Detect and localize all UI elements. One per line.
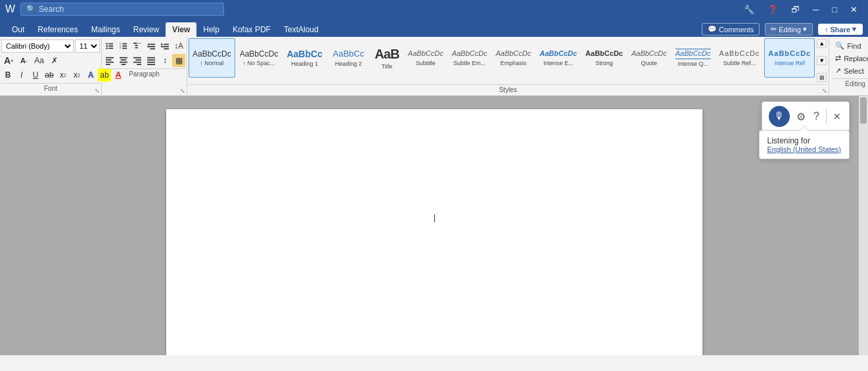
style-item-heading2[interactable]: AaBbCc Heading 2 — [327, 38, 370, 78]
style-item-no-spacing[interactable]: AaBbCcDc ↑ No Spac... — [236, 38, 283, 78]
strikethrough-button[interactable]: ab — [43, 68, 56, 82]
styles-scroll-controls: ▲ ▼ ⊞ — [816, 38, 827, 83]
styles-scroll-up[interactable]: ▲ — [817, 39, 827, 48]
listening-language[interactable]: English (United States) — [767, 145, 842, 153]
style-item-normal[interactable]: AaBbCcDc ↑ Normal — [189, 38, 235, 78]
svg-rect-23 — [164, 48, 169, 49]
multilevel-list-button[interactable] — [131, 39, 144, 53]
search-input[interactable] — [39, 5, 210, 14]
superscript-button[interactable]: x2 — [70, 68, 83, 82]
style-label-no-spacing: ↑ No Spac... — [243, 60, 275, 66]
paragraph-expand-button[interactable]: ⤡ — [180, 87, 185, 94]
tab-mailings[interactable]: Mailings — [85, 22, 127, 37]
font-expand-button[interactable]: ⤡ — [95, 87, 100, 94]
style-item-subtle-ref[interactable]: AaBbCcDc Subtle Ref... — [716, 38, 764, 78]
style-item-intense-ref[interactable]: AaBbCcDc Intense Ref — [764, 38, 815, 78]
minimize-button[interactable]: ─ — [808, 3, 824, 16]
styles-scroll-down[interactable]: ▼ — [817, 56, 827, 65]
underline-button[interactable]: U — [29, 68, 42, 82]
grow-font-button[interactable]: A+ — [1, 54, 16, 67]
shrink-font-button[interactable]: A- — [17, 54, 30, 67]
help-icon[interactable]: ❓ — [762, 3, 783, 16]
bold-button[interactable]: B — [1, 68, 14, 82]
bullet-list-button[interactable] — [103, 39, 116, 53]
tab-kofax[interactable]: Kofax PDF — [226, 22, 277, 37]
svg-rect-35 — [137, 64, 141, 65]
search-icon: 🔍 — [26, 5, 36, 14]
style-label-heading1: Heading 1 — [291, 61, 318, 67]
clear-formatting-button[interactable]: ✗ — [48, 54, 61, 67]
svg-rect-15 — [133, 43, 141, 44]
dictate-mic-button[interactable]: 🎙 — [769, 106, 790, 127]
comment-icon: 💬 — [708, 25, 717, 34]
style-item-emphasis[interactable]: AaBbCcDc Emphasis — [491, 38, 535, 78]
styles-expand[interactable]: ⊞ — [817, 73, 827, 82]
line-spacing-button[interactable]: ↕ — [158, 54, 171, 67]
style-preview-normal: AaBbCcDc — [193, 49, 231, 59]
tab-references[interactable]: References — [31, 22, 84, 37]
document-area: 🎙 ⚙ ? ✕ Listening for English (United St… — [0, 96, 868, 355]
dictate-settings-button[interactable]: ⚙ — [795, 109, 807, 124]
find-button[interactable]: 🔍 Find ▾ — [832, 39, 868, 52]
gear-icon: ⚙ — [796, 111, 806, 122]
align-left-button[interactable] — [103, 54, 116, 67]
search-box[interactable]: 🔍 — [20, 3, 224, 16]
comments-button[interactable]: 💬 Comments — [702, 23, 760, 36]
share-button[interactable]: ↑ Share ▾ — [818, 24, 863, 35]
document-page — [166, 109, 702, 355]
svg-rect-37 — [147, 59, 155, 61]
decrease-indent-button[interactable] — [145, 39, 158, 53]
style-item-subtle-em[interactable]: AaBbCcDc Subtle Em... — [448, 38, 491, 78]
style-item-quote[interactable]: AaBbCcDc Quote — [628, 38, 671, 78]
tab-textaloud[interactable]: TextAloud — [277, 22, 325, 37]
justify-button[interactable] — [145, 54, 158, 67]
style-preview-emphasis: AaBbCcDc — [495, 49, 531, 58]
style-item-title[interactable]: AaB Title — [371, 38, 403, 78]
svg-point-4 — [106, 47, 108, 49]
svg-rect-7 — [122, 43, 127, 45]
dictate-help-button[interactable]: ? — [812, 109, 821, 124]
select-button[interactable]: ↗ Select ▾ — [832, 64, 868, 77]
style-item-intense-q[interactable]: AaBbCcDc Intense Q... — [672, 38, 715, 78]
restore-window-button[interactable]: 🗗 — [786, 3, 805, 16]
maximize-button[interactable]: □ — [827, 3, 842, 16]
text-effects-button[interactable]: A — [84, 68, 97, 82]
close-button[interactable]: ✕ — [845, 3, 863, 16]
italic-button[interactable]: I — [15, 68, 28, 82]
style-label-strong: Strong — [595, 60, 613, 66]
replace-button[interactable]: ⇄ Replace — [832, 52, 868, 64]
number-list-button[interactable]: 1.2.3. — [117, 39, 130, 53]
styles-expand-button[interactable]: ⤡ — [822, 87, 827, 94]
style-label-intense-e: Intense E... — [543, 60, 574, 66]
tab-out[interactable]: Out — [5, 22, 31, 37]
subscript-button[interactable]: x2 — [57, 68, 70, 82]
tools-icon[interactable]: 🔧 — [739, 3, 760, 16]
change-case-button[interactable]: Aa — [32, 54, 47, 67]
increase-indent-button[interactable] — [158, 39, 171, 53]
editing-mode-button[interactable]: ✏ Editing ▾ — [765, 23, 813, 36]
tab-help[interactable]: Help — [196, 22, 226, 37]
document-scrollbar[interactable] — [859, 96, 868, 355]
svg-point-0 — [106, 43, 108, 45]
font-size-select[interactable]: 11 — [75, 39, 100, 53]
align-right-button[interactable] — [131, 54, 144, 67]
svg-rect-30 — [120, 62, 127, 63]
style-item-heading1[interactable]: AaBbCc Heading 1 — [283, 38, 326, 78]
style-preview-no-spacing: AaBbCcDc — [240, 49, 279, 59]
style-item-intense-e[interactable]: AaBbCcDc Intense E... — [536, 38, 581, 78]
svg-rect-32 — [133, 57, 141, 59]
font-name-select[interactable]: Calibri (Body) — [1, 39, 74, 53]
style-item-subtitle[interactable]: AaBbCcDc Subtitle — [404, 38, 447, 78]
style-item-strong[interactable]: AaBbCcDc Strong — [582, 38, 627, 78]
align-center-button[interactable] — [117, 54, 130, 67]
scrollbar-thumb[interactable] — [860, 97, 867, 124]
svg-rect-1 — [108, 43, 113, 45]
tab-review[interactable]: Review — [127, 22, 166, 37]
style-label-subtitle: Subtitle — [416, 60, 436, 66]
editing-group: 🔍 Find ▾ ⇄ Replace ↗ Select ▾ Editing — [829, 37, 868, 95]
tab-view[interactable]: View — [166, 22, 196, 37]
shading-button[interactable]: ▦ — [172, 54, 185, 67]
dictate-close-button[interactable]: ✕ — [832, 110, 842, 123]
sort-button[interactable]: ↕A — [172, 39, 185, 53]
svg-point-2 — [106, 45, 108, 47]
